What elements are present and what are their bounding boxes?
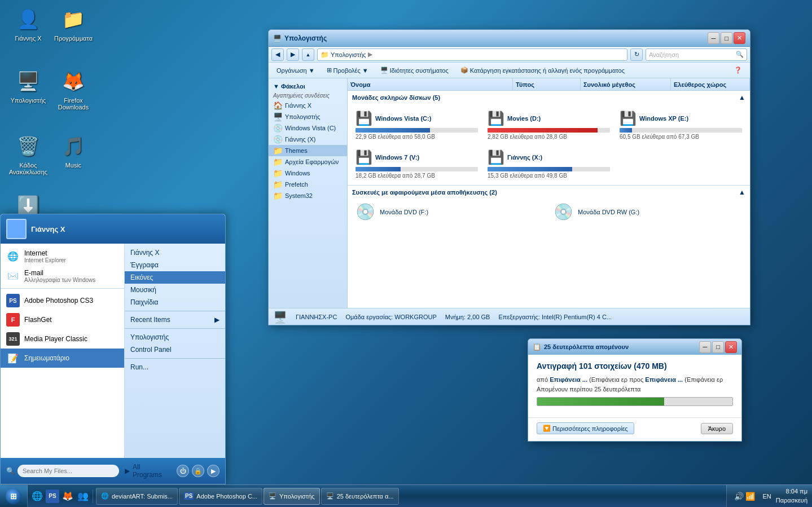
power-button[interactable]: ⏻	[177, 465, 189, 477]
views-button[interactable]: ⊞ Προβολές ▼	[322, 64, 374, 77]
window-controls: ─ □ ✕	[708, 32, 745, 44]
sidebar-item-windows[interactable]: 📁 Windows	[269, 167, 347, 179]
start-right-cpanel[interactable]: Control Panel	[125, 343, 225, 356]
start-item-notepad[interactable]: 📝 Σημειωματάριο	[1, 349, 124, 368]
hard-drives-title: Μονάδες σκληρών δίσκων (5)	[352, 94, 440, 101]
up-button[interactable]: ▲	[302, 49, 314, 61]
desktop-icon-firefox[interactable]: 🦊 Firefox Downloads	[51, 68, 96, 111]
desktop-icon-music[interactable]: 🎵 Music	[51, 133, 96, 169]
col-total[interactable]: Συνολικό μέγεθος	[581, 78, 671, 90]
drive-winxp-e[interactable]: 💾 Windows XP (E:) 60,5 GB ελεύθερα από 6…	[616, 107, 745, 143]
dvd-drive-f[interactable]: 💿 Μονάδα DVD (F:)	[352, 199, 547, 224]
address-field[interactable]: 📁 Υπολογιστής ▶	[317, 49, 627, 61]
start-right-documents[interactable]: Έγγραφα	[125, 259, 225, 271]
volume-icon[interactable]: 🔊	[734, 492, 744, 501]
sidebar-item-appfiles[interactable]: 📁 Αρχεία Εφαρμογών	[269, 156, 347, 167]
copy-minimize-button[interactable]: ─	[699, 341, 711, 353]
start-item-photoshop[interactable]: PS Adobe Photoshop CS3	[1, 291, 124, 310]
window-titlebar: 🖥️ Υπολογιστής ─ □ ✕	[269, 30, 750, 47]
copy-close-button[interactable]: ✕	[725, 341, 737, 353]
close-button[interactable]: ✕	[734, 32, 745, 44]
language-indicator[interactable]: EN	[761, 493, 773, 500]
taskbar-item-copy[interactable]: 🖥️ 25 δευτερόλεπτα α...	[321, 488, 399, 505]
maximize-button[interactable]: □	[721, 32, 732, 44]
taskbar: ⊞ 🌐 PS 🦊 👥 🌐 deviantART: Submis... PS Ad…	[0, 484, 812, 507]
collapse-drives-icon[interactable]: ▲	[739, 94, 745, 102]
sidebar-item-system32[interactable]: 📁 System32	[269, 190, 347, 201]
desktop-icon-user[interactable]: 👤 Γιάννης Χ	[6, 6, 51, 42]
taskbar-item-deviantart[interactable]: 🌐 deviantART: Submis...	[96, 488, 178, 505]
copy-dialog: 📋 25 δευτερόλεπτα απομένουν ─ □ ✕ Αντιγρ…	[528, 338, 742, 442]
start-item-flashget-label: FlashGet	[24, 316, 52, 324]
sidebar-item-themes[interactable]: 📁 Themes	[269, 145, 347, 156]
ql-user[interactable]: 👥	[76, 490, 90, 503]
ql-firefox[interactable]: 🦊	[61, 490, 74, 503]
start-right-recent[interactable]: Recent Items ▶	[125, 314, 225, 326]
start-search-input[interactable]	[17, 465, 119, 477]
minimize-button[interactable]: ─	[708, 32, 719, 44]
start-right-games[interactable]: Παιχνίδια	[125, 296, 225, 308]
start-item-ie[interactable]: 🌐 Internet Internet Explorer	[1, 246, 124, 266]
start-button[interactable]: ⊞	[0, 485, 28, 507]
more-info-button[interactable]: 🔽 Περισσότερες πληροφορίες	[537, 422, 634, 434]
network-icon[interactable]: 📶	[745, 492, 755, 501]
start-right-music[interactable]: Μουσική	[125, 284, 225, 296]
taskbar-item-computer[interactable]: 🖥️ Υπολογιστής	[264, 488, 320, 505]
desktop-icon-computer[interactable]: 🖥️ Υπολογιστής	[6, 68, 51, 104]
start-item-flashget[interactable]: F FlashGet	[1, 310, 124, 329]
desktop-icon-programs[interactable]: 📁 Προγράμματα	[51, 6, 96, 42]
forward-button[interactable]: ▶	[287, 49, 299, 61]
hard-drives-section: Μονάδες σκληρών δίσκων (5) ▲ 💾 Windows V…	[348, 91, 750, 185]
sidebar-item-giannisx[interactable]: 💿 Γιάννης (Χ)	[269, 134, 347, 145]
clock[interactable]: 8:04 πμ Παρασκευή	[776, 487, 807, 505]
uninstall-button[interactable]: 📦 Κατάργηση εγκατάστασης ή αλλαγή ενός π…	[455, 64, 630, 77]
all-programs-link[interactable]: ▶ All Programs	[119, 461, 177, 481]
refresh-button[interactable]: ↻	[630, 49, 643, 61]
cancel-button[interactable]: Άκυρο	[701, 423, 733, 434]
start-item-email[interactable]: ✉️ E-mail Αλληλογραφία των Windows	[1, 266, 124, 286]
start-right-giannis[interactable]: Γιάννης Χ	[125, 246, 225, 259]
copy-titlebar: 📋 25 δευτερόλεπτα απομένουν ─ □ ✕	[528, 339, 741, 355]
folders-section-title: ▼ Φάκελοι	[269, 81, 347, 91]
start-item-mpc[interactable]: 321 Media Player Classic	[1, 329, 124, 349]
col-free[interactable]: Ελεύθερος χώρος	[671, 78, 750, 90]
drive-movies-d[interactable]: 💾 Movies (D:) 2,82 GB ελεύθερα από 28,8 …	[484, 107, 613, 143]
ql-ps[interactable]: PS	[46, 490, 59, 503]
quick-launch: 🌐 PS 🦊 👥	[28, 490, 93, 503]
collapse-removable-icon[interactable]: ▲	[739, 188, 745, 196]
copy-maximize-button[interactable]: □	[712, 341, 724, 353]
sidebar-item-prefetch[interactable]: 📁 Prefetch	[269, 179, 347, 190]
organize-button[interactable]: Οργάνωση ▼	[271, 64, 320, 77]
sidebar-item-computer[interactable]: 🖥️ Υπολογιστής	[269, 111, 347, 122]
start-right-run[interactable]: Run...	[125, 361, 225, 373]
drives-grid: 💾 Windows Vista (C:) 22,9 GB ελεύθερα απ…	[348, 104, 750, 185]
back-button[interactable]: ◀	[271, 49, 284, 61]
status-memory: Μνήμη: 2,00 GB	[445, 314, 490, 320]
taskbar-item-photoshop[interactable]: PS Adobe Photoshop C...	[179, 488, 262, 505]
start-menu-header: Γιάννης Χ	[1, 214, 225, 244]
help-button[interactable]: ❓	[729, 64, 747, 77]
start-right-pictures[interactable]: Εικόνες	[125, 271, 225, 284]
sidebar-item-giannis[interactable]: 🏠 Γιάννης Χ	[269, 100, 347, 111]
desktop-icon-recycle[interactable]: 🗑️ Κάδος Ανακύκλωσης	[6, 133, 51, 175]
copy-window-controls: ─ □ ✕	[699, 341, 737, 353]
system-props-button[interactable]: 🖥️ Ιδιότητες συστήματος	[375, 64, 454, 77]
col-type[interactable]: Τύπος	[513, 78, 581, 90]
sidebar-item-winvista[interactable]: 💿 Windows Vista (C)	[269, 122, 347, 134]
copy-title: 25 δευτερόλεπτα απομένουν	[544, 343, 696, 350]
drive-win7-v[interactable]: 💾 Windows 7 (V:) 18,2 GB ελεύθερα από 28…	[352, 146, 481, 182]
sidebar-item-favorites[interactable]: Αγαπημένες συνδέσεις	[269, 91, 347, 100]
arrow-button[interactable]: ▶	[207, 465, 220, 477]
drive-giannis-x[interactable]: 💾 Γιάννης (Χ:) 15,3 GB ελεύθερα από 49,8…	[484, 146, 613, 182]
start-right-computer[interactable]: Υπολογιστής	[125, 331, 225, 343]
dvd-drive-g[interactable]: 💿 Μονάδα DVD RW (G:)	[550, 199, 745, 224]
address-bar: ◀ ▶ ▲ 📁 Υπολογιστής ▶ ↻ Αναζήτηση 🔍	[269, 47, 750, 63]
search-field[interactable]: Αναζήτηση 🔍	[646, 49, 747, 61]
removable-title-text: Συσκευές με αφαιρούμενα μέσα αποθήκευσης…	[352, 189, 497, 196]
collapse-icon[interactable]: ▼	[273, 83, 279, 90]
drive-vista-c[interactable]: 💾 Windows Vista (C:) 22,9 GB ελεύθερα απ…	[352, 107, 481, 143]
lock-button[interactable]: 🔒	[192, 465, 204, 477]
col-name[interactable]: Όνομα	[348, 78, 513, 90]
ql-ie[interactable]: 🌐	[30, 490, 44, 503]
start-item-email-subtitle: Αλληλογραφία των Windows	[24, 277, 118, 283]
